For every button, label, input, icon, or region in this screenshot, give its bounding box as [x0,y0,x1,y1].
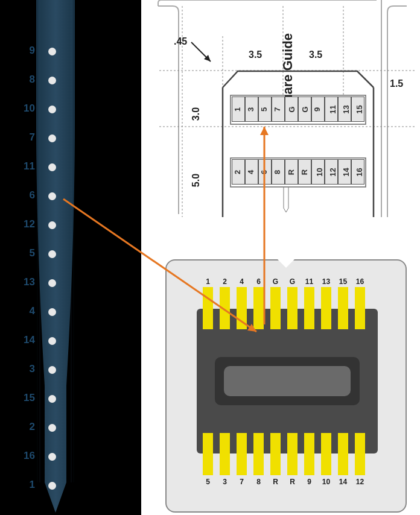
connector-pin [253,287,264,329]
electrode-label: 7 [17,131,35,144]
schematic-pin: 14 [338,159,351,185]
schematic-pin: R [298,159,311,185]
electrode-dot [48,77,56,84]
connector-pin [304,287,314,329]
connector-pin-label: 2 [220,277,230,286]
electrode-label: 8 [17,74,35,86]
connector-pin-label: 10 [321,478,331,486]
connector-pin-label: 12 [355,478,365,486]
electrode-label: 2 [17,421,35,433]
electrode-label: 1 [17,479,35,491]
schematic-pin: 3 [245,96,258,122]
electrode-dot [48,163,56,171]
schematic-pin: 4 [245,159,258,185]
connector-pin [338,287,348,329]
schematic-pin: G [285,96,298,122]
schematic-pin: 2 [232,159,245,185]
probe-shaft-panel: 98107116125134143152161 [0,0,141,515]
electrode-label: 4 [17,305,35,317]
schematic-pin: 10 [311,159,325,185]
schematic-pin: G [298,96,311,122]
probe-shaft [36,0,75,515]
schematic-pin: 15 [351,96,364,122]
electrode-dot [48,106,56,113]
connector-pin [220,287,230,329]
connector-pin-label: 13 [321,277,331,286]
dim-35a: 3.5 [249,49,262,60]
electrode-dot [48,250,56,258]
electrode-label: 15 [17,392,35,404]
schematic-drawing: Square Guide .45 3.5 3.5 1.5 3.0 5.0 135… [141,0,420,223]
connector-pin [287,433,298,475]
electrode-dot [48,48,56,55]
electrode-dot [48,308,56,316]
schematic-pin: 9 [311,96,325,122]
connector-pin [220,433,230,475]
connector-pin [270,287,281,329]
connector-pin [304,433,314,475]
connector-pin-label: 15 [338,277,348,286]
connector-pin [338,433,348,475]
schematic-pin: 11 [325,96,338,122]
dim-50: 5.0 [191,174,202,187]
connector-render: 1246GG11131516 5378RR9101412 [141,259,420,515]
electrode-dot [48,424,56,432]
connector-pin [287,287,298,329]
connector-pin-label: R [270,478,281,486]
connector-pin [321,287,331,329]
dim-15: 1.5 [390,78,403,89]
schematic-pin: 12 [325,159,338,185]
schematic-top-row: 1357GG9111315 [232,96,364,122]
schematic-pin: 8 [272,159,285,185]
connector-pin-label: 1 [203,277,213,286]
connector-pin-label: 16 [355,277,365,286]
electrode-label: 9 [17,45,35,57]
schematic-bot-row: 2468RR10121416 [232,159,364,185]
electrode-dot [48,134,56,142]
schematic-pin: 1 [232,96,245,122]
connector-slot-inner [224,366,351,396]
connector-pin-label: 7 [237,478,247,486]
connector-pin [237,287,247,329]
dim-35b: 3.5 [309,49,322,60]
connector-pin-label: 3 [220,478,230,486]
electrode-label: 11 [17,160,35,172]
connector-pin-label: G [270,277,281,286]
connector-pin-label: 14 [338,478,348,486]
electrode-label: 16 [17,450,35,462]
connector-pin [270,433,281,475]
connector-pin-label: R [287,478,298,486]
connector-pin-label: 5 [203,478,213,486]
schematic-pin: 16 [351,159,364,185]
connector-pin [355,433,365,475]
dim-45: .45 [174,36,187,47]
electrode-dot [48,395,56,403]
connector-pin [203,433,213,475]
electrode-label: 14 [17,334,35,346]
connector-pin-label: 4 [237,277,247,286]
electrode-label: 12 [17,218,35,230]
electrode-label: 13 [17,276,35,288]
electrode-label: 5 [17,247,35,259]
connector-pin [203,287,213,329]
electrode-label: 6 [17,189,35,201]
electrode-label: 3 [17,363,35,375]
connector-pin-label: 6 [253,277,264,286]
schematic-pin: 13 [338,96,351,122]
electrode-dot [48,221,56,229]
connector-pin-label: 8 [253,478,264,486]
schematic-pin: 7 [272,96,285,122]
connector-pin [321,433,331,475]
schematic-pin: R [285,159,298,185]
electrode-label: 10 [17,103,35,115]
connector-notch [278,259,294,268]
electrode-dot [48,337,56,345]
schematic-pin: 6 [258,159,272,185]
electrode-dot [48,366,56,374]
connector-pin-label: 11 [304,277,314,286]
connector-pin-label: G [287,277,298,286]
connector-pin [253,433,264,475]
electrode-dot [48,453,56,461]
connector-pin-label: 9 [304,478,314,486]
connector-pin [355,287,365,329]
